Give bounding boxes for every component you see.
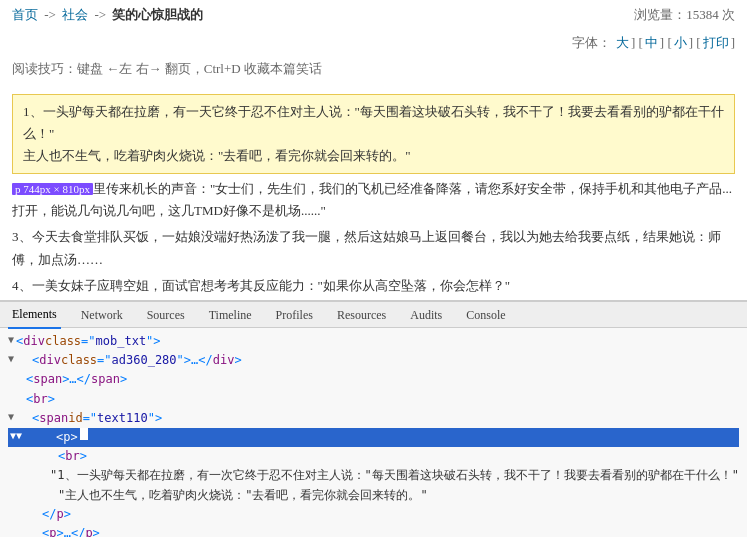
tab-profiles[interactable]: Profiles (272, 302, 317, 328)
article-content: 1、一头驴每天都在拉磨，有一天它终于忍不住对主人说："每天围着这块破石头转，我不… (0, 86, 747, 300)
paragraph-1-host: 主人也不生气，吃着驴肉火烧说："去看吧，看完你就会回来转的。" (23, 145, 724, 167)
paragraph-1-box: 1、一头驴每天都在拉磨，有一天它终于忍不住对主人说："每天围着这块破石头转，我不… (12, 94, 735, 174)
breadcrumb-social[interactable]: 社会 (62, 7, 88, 22)
toggle-5[interactable] (8, 409, 14, 425)
breadcrumb-current: 笑的心惊胆战的 (112, 7, 203, 22)
breadcrumb: 首页 -> 社会 -> 笑的心惊胆战的 (12, 6, 203, 24)
content-area: 首页 -> 社会 -> 笑的心惊胆战的 浏览量：15384 次 字体： 大] [… (0, 0, 747, 300)
view-count: 浏览量：15384 次 (634, 6, 735, 24)
font-controls: 字体： 大] [中] [小] [打印] (0, 30, 747, 56)
font-large[interactable]: 大 (616, 35, 629, 50)
code-line-1[interactable]: <div class="mob_txt" > (8, 332, 739, 351)
reading-tip: 阅读技巧：键盘 ←左 右→ 翻页，Ctrl+D 收藏本篇笑话 (0, 56, 747, 86)
paragraph-4-question: 4、一美女妹子应聘空姐，面试官想考考其反应能力："如果你从高空坠落，你会怎样？" (12, 275, 735, 297)
paragraph-2-text: 里传来机长的声音："女士们，先生们，我们的飞机已经准备降落，请您系好安全带，保持… (12, 181, 732, 218)
tab-resources[interactable]: Resources (333, 302, 390, 328)
paragraph-3: 3、今天去食堂排队买饭，一姑娘没端好热汤泼了我一腿，然后这姑娘马上返回餐台，我以… (12, 226, 735, 270)
font-label: 字体： (572, 35, 611, 50)
breadcrumb-sep2: -> (94, 7, 106, 22)
dimension-label: p 744px × 810px (12, 183, 93, 195)
paragraph-1-text: 1、一头驴每天都在拉磨，有一天它终于忍不住对主人说："每天围着这块破石头转，我不… (23, 101, 724, 145)
paragraph-2: p 744px × 810px里传来机长的声音："女士们，先生们，我们的飞机已经… (12, 178, 735, 222)
code-line-11[interactable]: <p>…</p> (8, 524, 739, 537)
code-line-2[interactable]: <div class="ad360_280" >…</div> (8, 351, 739, 370)
font-medium[interactable]: 中 (645, 35, 658, 50)
breadcrumb-home[interactable]: 首页 (12, 7, 38, 22)
toggle-1[interactable] (8, 332, 14, 348)
font-print[interactable]: 打印 (703, 35, 729, 50)
devtools-code-view[interactable]: <div class="mob_txt" > <div class="ad360… (0, 328, 747, 537)
tab-elements[interactable]: Elements (8, 301, 61, 329)
breadcrumb-sep1: -> (44, 7, 56, 22)
tab-timeline[interactable]: Timeline (205, 302, 256, 328)
code-line-7[interactable]: <br> (8, 447, 739, 466)
toggle-6[interactable]: ▼ (10, 428, 22, 444)
code-line-3[interactable]: <span>…</span> (8, 370, 739, 389)
tab-network[interactable]: Network (77, 302, 127, 328)
code-line-6[interactable]: ▼ <p> (8, 428, 739, 447)
code-line-4[interactable]: <br> (8, 390, 739, 409)
code-line-10[interactable]: </p> (8, 505, 739, 524)
devtools-panel: Elements Network Sources Timeline Profil… (0, 300, 747, 537)
code-line-8[interactable]: "1、一头驴每天都在拉磨，有一次它终于忍不住对主人说："每天围着这块破石头转，我… (8, 466, 739, 485)
tab-audits[interactable]: Audits (406, 302, 446, 328)
toggle-2[interactable] (8, 351, 14, 367)
font-small[interactable]: 小 (674, 35, 687, 50)
code-line-5[interactable]: <span id="text110" > (8, 409, 739, 428)
devtools-toolbar: Elements Network Sources Timeline Profil… (0, 302, 747, 328)
tab-console[interactable]: Console (462, 302, 509, 328)
tab-sources[interactable]: Sources (143, 302, 189, 328)
code-line-9[interactable]: "主人也不生气，吃着驴肉火烧说："去看吧，看完你就会回来转的。" (8, 486, 739, 505)
breadcrumb-bar: 首页 -> 社会 -> 笑的心惊胆战的 浏览量：15384 次 (0, 0, 747, 30)
